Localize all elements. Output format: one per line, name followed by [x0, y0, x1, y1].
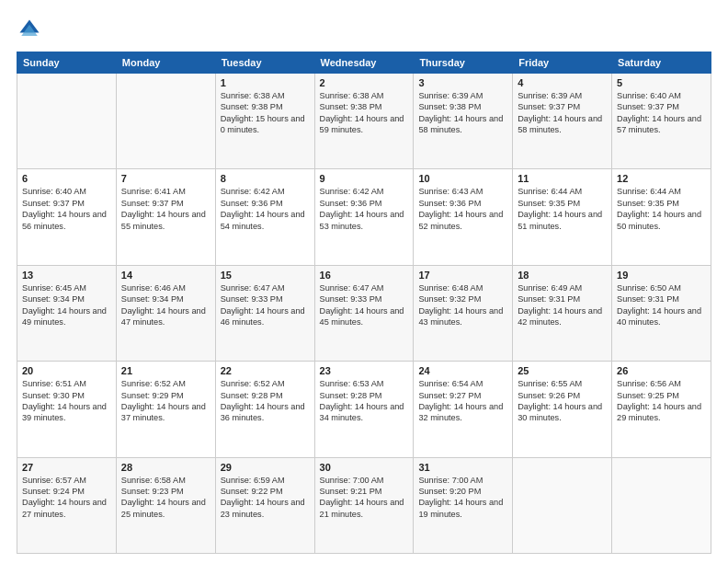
day-cell: 18Sunrise: 6:49 AM Sunset: 9:31 PM Dayli… — [513, 265, 612, 361]
day-cell: 11Sunrise: 6:44 AM Sunset: 9:35 PM Dayli… — [513, 169, 612, 265]
day-detail: Sunrise: 6:45 AM Sunset: 9:34 PM Dayligh… — [22, 282, 111, 328]
day-cell: 24Sunrise: 6:54 AM Sunset: 9:27 PM Dayli… — [414, 362, 513, 457]
day-number: 26 — [617, 365, 706, 376]
day-cell: 29Sunrise: 6:59 AM Sunset: 9:22 PM Dayli… — [215, 457, 314, 553]
week-row-5: 27Sunrise: 6:57 AM Sunset: 9:24 PM Dayli… — [17, 457, 711, 553]
day-cell: 2Sunrise: 6:38 AM Sunset: 9:38 PM Daylig… — [314, 74, 414, 169]
day-number: 4 — [518, 77, 607, 88]
day-detail: Sunrise: 6:59 AM Sunset: 9:22 PM Dayligh… — [221, 475, 310, 521]
weekday-header-wednesday: Wednesday — [314, 52, 414, 74]
day-cell: 25Sunrise: 6:55 AM Sunset: 9:26 PM Dayli… — [513, 362, 612, 457]
day-cell — [513, 457, 612, 553]
day-cell: 4Sunrise: 6:39 AM Sunset: 9:37 PM Daylig… — [513, 74, 612, 169]
week-row-3: 13Sunrise: 6:45 AM Sunset: 9:34 PM Dayli… — [17, 265, 711, 361]
day-detail: Sunrise: 6:41 AM Sunset: 9:37 PM Dayligh… — [121, 186, 210, 232]
day-number: 9 — [320, 173, 409, 184]
day-detail: Sunrise: 6:49 AM Sunset: 9:31 PM Dayligh… — [518, 282, 607, 328]
day-number: 3 — [418, 77, 507, 88]
logo — [17, 17, 46, 42]
day-detail: Sunrise: 6:53 AM Sunset: 9:28 PM Dayligh… — [320, 378, 409, 424]
day-cell: 30Sunrise: 7:00 AM Sunset: 9:21 PM Dayli… — [314, 457, 414, 553]
day-cell: 31Sunrise: 7:00 AM Sunset: 9:20 PM Dayli… — [414, 457, 513, 553]
day-number: 14 — [121, 270, 210, 281]
day-cell: 28Sunrise: 6:58 AM Sunset: 9:23 PM Dayli… — [116, 457, 215, 553]
day-number: 11 — [518, 173, 607, 184]
week-row-2: 6Sunrise: 6:40 AM Sunset: 9:37 PM Daylig… — [17, 169, 711, 265]
day-number: 8 — [221, 173, 310, 184]
weekday-header-monday: Monday — [116, 52, 215, 74]
day-detail: Sunrise: 6:55 AM Sunset: 9:26 PM Dayligh… — [518, 378, 607, 424]
day-cell: 16Sunrise: 6:47 AM Sunset: 9:33 PM Dayli… — [314, 265, 414, 361]
day-detail: Sunrise: 6:38 AM Sunset: 9:38 PM Dayligh… — [320, 90, 409, 136]
day-number: 22 — [221, 365, 310, 376]
day-detail: Sunrise: 6:47 AM Sunset: 9:33 PM Dayligh… — [320, 282, 409, 328]
weekday-header-row: SundayMondayTuesdayWednesdayThursdayFrid… — [17, 52, 711, 74]
day-detail: Sunrise: 6:39 AM Sunset: 9:37 PM Dayligh… — [518, 90, 607, 136]
day-number: 27 — [22, 462, 111, 473]
logo-icon — [17, 17, 42, 42]
day-detail: Sunrise: 6:40 AM Sunset: 9:37 PM Dayligh… — [22, 186, 111, 232]
day-cell: 6Sunrise: 6:40 AM Sunset: 9:37 PM Daylig… — [17, 169, 117, 265]
day-detail: Sunrise: 7:00 AM Sunset: 9:21 PM Dayligh… — [320, 475, 409, 521]
day-cell: 13Sunrise: 6:45 AM Sunset: 9:34 PM Dayli… — [17, 265, 117, 361]
day-detail: Sunrise: 6:57 AM Sunset: 9:24 PM Dayligh… — [22, 475, 111, 521]
day-cell: 5Sunrise: 6:40 AM Sunset: 9:37 PM Daylig… — [612, 74, 711, 169]
day-cell: 26Sunrise: 6:56 AM Sunset: 9:25 PM Dayli… — [612, 362, 711, 457]
day-cell: 20Sunrise: 6:51 AM Sunset: 9:30 PM Dayli… — [17, 362, 117, 457]
weekday-header-saturday: Saturday — [612, 52, 711, 74]
day-detail: Sunrise: 6:48 AM Sunset: 9:32 PM Dayligh… — [418, 282, 507, 328]
day-detail: Sunrise: 6:56 AM Sunset: 9:25 PM Dayligh… — [617, 378, 706, 424]
day-cell: 10Sunrise: 6:43 AM Sunset: 9:36 PM Dayli… — [414, 169, 513, 265]
day-cell — [17, 74, 117, 169]
week-row-4: 20Sunrise: 6:51 AM Sunset: 9:30 PM Dayli… — [17, 362, 711, 457]
day-number: 19 — [617, 270, 706, 281]
day-detail: Sunrise: 6:50 AM Sunset: 9:31 PM Dayligh… — [617, 282, 706, 328]
day-detail: Sunrise: 6:58 AM Sunset: 9:23 PM Dayligh… — [121, 475, 210, 521]
day-cell: 12Sunrise: 6:44 AM Sunset: 9:35 PM Dayli… — [612, 169, 711, 265]
weekday-header-friday: Friday — [513, 52, 612, 74]
day-number: 6 — [22, 173, 111, 184]
day-number: 13 — [22, 270, 111, 281]
day-detail: Sunrise: 6:42 AM Sunset: 9:36 PM Dayligh… — [221, 186, 310, 232]
day-detail: Sunrise: 6:40 AM Sunset: 9:37 PM Dayligh… — [617, 90, 706, 136]
day-detail: Sunrise: 6:39 AM Sunset: 9:38 PM Dayligh… — [418, 90, 507, 136]
day-number: 20 — [22, 365, 111, 376]
day-number: 25 — [518, 365, 607, 376]
day-cell: 9Sunrise: 6:42 AM Sunset: 9:36 PM Daylig… — [314, 169, 414, 265]
day-number: 24 — [418, 365, 507, 376]
day-cell: 17Sunrise: 6:48 AM Sunset: 9:32 PM Dayli… — [414, 265, 513, 361]
calendar-table: SundayMondayTuesdayWednesdayThursdayFrid… — [17, 52, 711, 554]
day-number: 18 — [518, 270, 607, 281]
day-detail: Sunrise: 6:42 AM Sunset: 9:36 PM Dayligh… — [320, 186, 409, 232]
week-row-1: 1Sunrise: 6:38 AM Sunset: 9:38 PM Daylig… — [17, 74, 711, 169]
day-cell: 23Sunrise: 6:53 AM Sunset: 9:28 PM Dayli… — [314, 362, 414, 457]
day-number: 23 — [320, 365, 409, 376]
day-number: 30 — [320, 462, 409, 473]
day-cell — [116, 74, 215, 169]
weekday-header-tuesday: Tuesday — [215, 52, 314, 74]
day-number: 2 — [320, 77, 409, 88]
day-detail: Sunrise: 7:00 AM Sunset: 9:20 PM Dayligh… — [418, 475, 507, 521]
day-cell: 8Sunrise: 6:42 AM Sunset: 9:36 PM Daylig… — [215, 169, 314, 265]
day-number: 7 — [121, 173, 210, 184]
day-number: 12 — [617, 173, 706, 184]
day-number: 15 — [221, 270, 310, 281]
day-number: 5 — [617, 77, 706, 88]
day-number: 10 — [418, 173, 507, 184]
day-cell: 22Sunrise: 6:52 AM Sunset: 9:28 PM Dayli… — [215, 362, 314, 457]
day-number: 28 — [121, 462, 210, 473]
day-number: 31 — [418, 462, 507, 473]
day-cell: 14Sunrise: 6:46 AM Sunset: 9:34 PM Dayli… — [116, 265, 215, 361]
weekday-header-sunday: Sunday — [17, 52, 117, 74]
day-detail: Sunrise: 6:52 AM Sunset: 9:28 PM Dayligh… — [221, 378, 310, 424]
day-number: 1 — [221, 77, 310, 88]
day-detail: Sunrise: 6:44 AM Sunset: 9:35 PM Dayligh… — [617, 186, 706, 232]
day-detail: Sunrise: 6:51 AM Sunset: 9:30 PM Dayligh… — [22, 378, 111, 424]
day-detail: Sunrise: 6:38 AM Sunset: 9:38 PM Dayligh… — [221, 90, 310, 136]
day-cell: 15Sunrise: 6:47 AM Sunset: 9:33 PM Dayli… — [215, 265, 314, 361]
day-cell: 7Sunrise: 6:41 AM Sunset: 9:37 PM Daylig… — [116, 169, 215, 265]
day-number: 17 — [418, 270, 507, 281]
day-detail: Sunrise: 6:44 AM Sunset: 9:35 PM Dayligh… — [518, 186, 607, 232]
day-number: 29 — [221, 462, 310, 473]
day-number: 21 — [121, 365, 210, 376]
